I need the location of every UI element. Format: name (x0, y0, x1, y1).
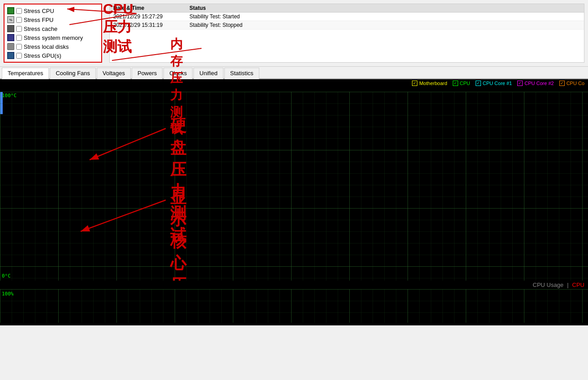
legend-check-core1[interactable]: ✓ (476, 81, 481, 86)
stress-cpu-checkbox[interactable] (16, 8, 22, 14)
legend-check-cpuco[interactable]: ✓ (559, 81, 565, 86)
stress-fpu-item: % Stress FPU (7, 15, 99, 24)
stress-disk-checkbox[interactable] (16, 44, 22, 50)
bottom-legend: CPU Usage | CPU (0, 281, 588, 289)
stress-memory-checkbox[interactable] (16, 35, 22, 41)
memory-icon (7, 34, 14, 41)
cache-icon (7, 25, 14, 32)
log-row-0: 2021/12/29 15:27:29 Stability Test: Star… (110, 13, 584, 21)
bottom-chart: CPU Usage | CPU 100% (0, 281, 588, 325)
stress-cpu-label: Stress CPU (24, 8, 54, 14)
legend-label-core1: CPU Core #1 (483, 81, 512, 86)
main-wrapper: Stress CPU % Stress FPU Stress cache Str… (0, 0, 588, 325)
bottom-y-100: 100% (2, 291, 14, 297)
stress-cache-checkbox[interactable] (16, 26, 22, 32)
stress-disk-item: Stress local disks (7, 42, 99, 51)
legend-cpu-co: ✓ CPU Co (559, 81, 584, 86)
legend-label-core2: CPU Core #2 (524, 81, 554, 86)
legend-cpu: ✓ CPU (453, 81, 470, 86)
legend-motherboard: ✓ Motherboard (412, 81, 447, 86)
legend-label-cpuco: CPU Co (567, 81, 584, 86)
stress-memory-item: Stress system memory (7, 33, 99, 42)
legend-label-cpu: CPU (460, 81, 470, 86)
log-row-1: 2021/12/29 15:31:19 Stability Test: Stop… (110, 21, 584, 30)
top-area: Stress CPU % Stress FPU Stress cache Str… (0, 0, 588, 67)
temperature-chart: ✓ Motherboard ✓ CPU ✓ CPU Core #1 ✓ CPU … (0, 79, 588, 281)
tab-powers[interactable]: Powers (132, 68, 163, 79)
log-date-0: 2021/12/29 15:27:29 (113, 13, 189, 20)
stress-gpu-checkbox[interactable] (16, 53, 22, 59)
chart-grid (0, 92, 588, 281)
stress-cache-item: Stress cache (7, 24, 99, 33)
top-panel: Stress CPU % Stress FPU Stress cache Str… (0, 0, 588, 67)
stress-panel: Stress CPU % Stress FPU Stress cache Str… (4, 4, 102, 63)
fpu-icon: % (7, 16, 14, 23)
tab-bar: Temperatures Cooling Fans Voltages Power… (0, 67, 588, 79)
cpu-bottom-label: CPU (572, 282, 584, 288)
stress-gpu-label: Stress GPU(s) (24, 52, 61, 59)
stress-cpu-item: Stress CPU (7, 6, 99, 15)
legend-check-core2[interactable]: ✓ (517, 81, 523, 86)
svg-rect-5 (0, 92, 588, 281)
log-panel: Date & Time Status 2021/12/29 15:27:29 S… (109, 4, 584, 63)
cpu-icon (7, 7, 14, 14)
gpu-icon (7, 52, 14, 59)
tab-temperatures[interactable]: Temperatures (2, 68, 49, 79)
log-status-1: Stability Test: Stopped (189, 22, 580, 28)
legend-cpu-core1: ✓ CPU Core #1 (476, 81, 512, 86)
tab-cooling-fans[interactable]: Cooling Fans (50, 68, 96, 79)
log-status-0: Stability Test: Started (189, 13, 580, 20)
legend-check-cpu[interactable]: ✓ (453, 81, 458, 86)
stress-fpu-label: Stress FPU (24, 17, 53, 23)
legend-cpu-core2: ✓ CPU Core #2 (517, 81, 554, 86)
bottom-grid (0, 289, 588, 323)
y-label-0: 0°C (2, 273, 11, 279)
stress-fpu-checkbox[interactable] (16, 17, 22, 23)
legend-check-motherboard[interactable]: ✓ (412, 81, 417, 86)
log-date-header: Date & Time (113, 5, 189, 11)
disk-icon (7, 43, 14, 50)
stress-cache-label: Stress cache (24, 26, 57, 32)
cpu-usage-label: CPU Usage (533, 282, 564, 288)
legend-label-motherboard: Motherboard (419, 81, 447, 86)
stress-gpu-item: Stress GPU(s) (7, 51, 99, 60)
tab-voltages[interactable]: Voltages (97, 68, 131, 79)
stress-memory-label: Stress system memory (24, 34, 83, 41)
y-label-100: 100°C (2, 93, 17, 98)
log-date-1: 2021/12/29 15:31:19 (113, 22, 189, 28)
log-header: Date & Time Status (110, 4, 584, 13)
tab-clocks[interactable]: Clocks (163, 68, 193, 79)
bottom-canvas: 100% (0, 289, 588, 323)
svg-rect-10 (0, 289, 588, 323)
tab-unified[interactable]: Unified (193, 68, 223, 79)
log-status-header: Status (189, 5, 580, 11)
tab-statistics[interactable]: Statistics (224, 68, 259, 79)
chart-legend: ✓ Motherboard ✓ CPU ✓ CPU Core #1 ✓ CPU … (0, 79, 588, 87)
divider-label: | (567, 282, 568, 288)
stress-disk-label: Stress local disks (24, 43, 69, 50)
